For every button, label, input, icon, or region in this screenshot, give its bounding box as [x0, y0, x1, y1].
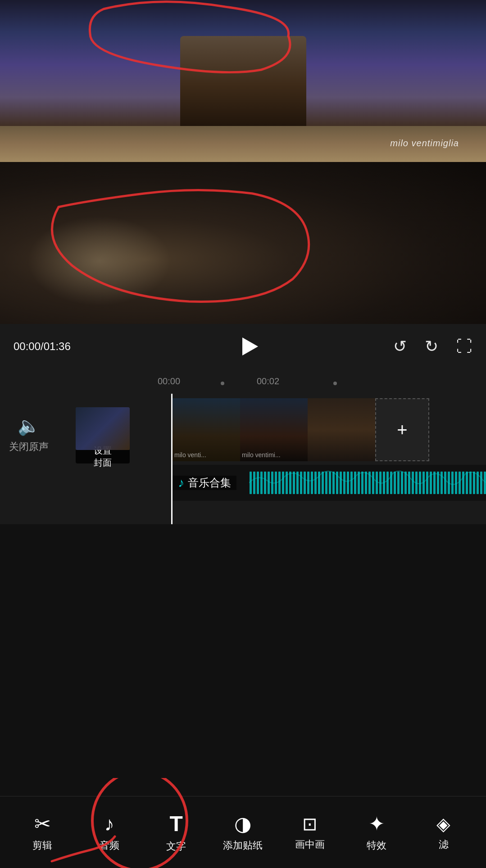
timeline-cursor	[171, 394, 173, 524]
timeline-markers: 00:00 00:02	[0, 369, 486, 394]
editing-area: 🔈 关闭原声 设置 封面 milo venti...	[0, 394, 486, 524]
video-bottom-half	[0, 162, 486, 324]
clip-watermark-2: milo ventimi...	[242, 451, 281, 459]
tool-filter-label: 滤	[439, 838, 449, 851]
audio-track-name: 音乐合集	[188, 476, 231, 490]
tool-text[interactable]: T 文字	[143, 811, 209, 853]
audio-waveform	[249, 465, 486, 501]
time-display: 00:00/01:36	[14, 340, 104, 353]
tool-sticker-label: 添加贴纸	[223, 839, 263, 852]
tool-effects-label: 特效	[367, 839, 386, 852]
add-clip-icon: +	[397, 420, 407, 440]
play-button[interactable]	[235, 333, 262, 360]
clips-container: milo venti... milo ventimi... +	[173, 398, 486, 461]
svg-rect-1	[249, 465, 486, 501]
tool-filter[interactable]: ◈ 滤	[410, 814, 477, 851]
clip-3[interactable]	[308, 398, 375, 461]
video-watermark: milo ventimiglia	[390, 138, 459, 148]
cover-button[interactable]: 设置 封面	[76, 407, 130, 461]
effects-icon: ✦	[368, 812, 385, 835]
tool-edit[interactable]: ✂ 剪辑	[9, 812, 76, 852]
play-icon	[242, 337, 258, 355]
cover-label-bar: 设置 封面	[76, 450, 130, 463]
left-controls: 🔈 关闭原声 设置 封面	[0, 403, 171, 461]
rewind-button[interactable]: ↺	[393, 337, 407, 356]
time-marker-2: 00:02	[257, 376, 279, 387]
text-toolbar-icon: T	[169, 811, 182, 836]
controls-bar: 00:00/01:36 ↺ ↻ ⛶	[0, 324, 486, 369]
pip-icon: ⊡	[302, 814, 318, 834]
cover-thumbnail	[76, 407, 130, 450]
tool-effects[interactable]: ✦ 特效	[343, 812, 410, 852]
controls-right: ↺ ↻ ⛶	[393, 337, 472, 356]
audio-track: ♪ 音乐合集	[173, 465, 486, 501]
fullscreen-button[interactable]: ⛶	[456, 337, 472, 356]
scissors-icon: ✂	[34, 812, 51, 835]
tool-sticker[interactable]: ◑ 添加贴纸	[209, 812, 276, 852]
music-note-icon: ♪	[178, 476, 184, 490]
clip-watermark-1: milo venti...	[174, 451, 206, 459]
tool-pip[interactable]: ⊡ 画中画	[277, 814, 343, 851]
audio-label: 关闭原声	[9, 440, 49, 454]
controls-center	[104, 333, 393, 360]
video-top-half: milo ventimiglia	[0, 0, 486, 162]
tool-audio[interactable]: ♪ 音频	[76, 813, 142, 852]
tool-text-label: 文字	[166, 840, 186, 853]
tool-audio-label: 音频	[100, 839, 119, 852]
clip-1[interactable]: milo venti...	[173, 398, 240, 461]
tool-pip-label: 画中画	[295, 838, 325, 851]
sticker-icon: ◑	[234, 812, 251, 835]
timeline-dot-1	[221, 382, 224, 385]
filter-icon: ◈	[436, 814, 450, 834]
audio-track-label: ♪ 音乐合集	[173, 476, 236, 490]
add-clip-button[interactable]: +	[375, 398, 429, 461]
bottom-toolbar: ✂ 剪辑 ♪ 音频 T 文字 ◑ 添加贴纸 ⊡ 画中画 ✦ 特效 ◈ 滤	[0, 796, 486, 868]
time-marker-1: 00:00	[158, 376, 180, 387]
audio-control[interactable]: 🔈 关闭原声	[9, 415, 49, 454]
audio-icon: 🔈	[18, 415, 40, 436]
clip-2[interactable]: milo ventimi...	[240, 398, 308, 461]
forward-button[interactable]: ↻	[425, 337, 438, 356]
tool-edit-label: 剪辑	[32, 839, 52, 852]
timeline-dot-2	[333, 382, 337, 385]
audio-toolbar-icon: ♪	[104, 813, 114, 835]
video-preview: milo ventimiglia	[0, 0, 486, 324]
middle-spacer	[0, 524, 486, 646]
